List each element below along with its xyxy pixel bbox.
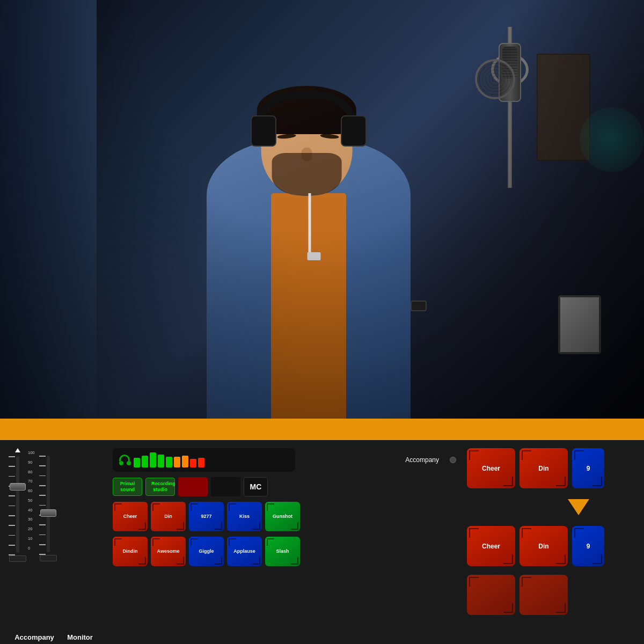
- headphone-cup-icon-r: [127, 461, 131, 465]
- vu-bar-9: [198, 458, 204, 467]
- fader-track-2[interactable]: [47, 456, 50, 552]
- badge: [308, 252, 321, 260]
- effect-button-3[interactable]: [178, 477, 208, 496]
- right-pad-din-bottom[interactable]: Din: [519, 526, 568, 566]
- faders-wrapper: 100 90 80 70 60 50 40 30 20 10 0: [8, 448, 99, 629]
- curtain-left: [0, 0, 97, 419]
- pad-cheer-1[interactable]: Cheer: [113, 502, 148, 531]
- right-pad-9-top[interactable]: 9: [572, 448, 604, 488]
- watch: [411, 301, 427, 311]
- arrow-down-icon: [568, 499, 589, 515]
- right-pad-9-bottom[interactable]: 9: [572, 526, 604, 566]
- control-panel: 100 90 80 70 60 50 40 30 20 10 0: [0, 440, 644, 644]
- primal-sound-button[interactable]: Primalsound: [113, 478, 142, 496]
- accompany-label: Accompany: [405, 456, 444, 464]
- right-pad-cheer-top[interactable]: Cheer: [467, 448, 515, 488]
- pad-gunshot[interactable]: Gunshot: [265, 502, 300, 531]
- tablet-screen: [560, 297, 599, 352]
- fader-monitor[interactable]: [39, 448, 58, 561]
- pad-applause[interactable]: Applause: [227, 537, 262, 566]
- pop-filter: [475, 59, 515, 99]
- pads-row-1: Cheer Din 9277 Kiss Gunshot: [113, 502, 456, 531]
- vu-bar-3: [150, 452, 156, 467]
- arrow-spacer: [568, 496, 589, 518]
- right-pads-top-row: Cheer Din 9: [467, 448, 639, 488]
- vu-bar-1: [134, 458, 140, 467]
- accompany-knob[interactable]: [450, 457, 456, 463]
- right-pad-din-top[interactable]: Din: [519, 448, 568, 488]
- arrow-indicator-area: [467, 494, 639, 521]
- eye-right: [320, 133, 339, 139]
- vu-bar-6: [174, 457, 180, 467]
- fader-track-1[interactable]: [16, 456, 19, 553]
- photo-section: [0, 0, 644, 419]
- pads-row-2: Dindin Awesome Giggle Applause Slash: [113, 537, 456, 566]
- vu-bar-7: [182, 456, 188, 467]
- eye-left: [277, 133, 296, 139]
- faders-section: 100 90 80 70 60 50 40 30 20 10 0: [0, 440, 107, 644]
- pad-dindin[interactable]: Dindin: [113, 537, 148, 566]
- right-pad-cheer-bottom[interactable]: Cheer: [467, 526, 515, 566]
- teal-light: [580, 107, 644, 172]
- right-pad-extra-red-2[interactable]: [519, 575, 568, 615]
- effect-button-4[interactable]: [211, 477, 240, 496]
- headphone-cup-icon-l: [119, 461, 123, 465]
- fader-labels: Accompany Monitor: [8, 629, 99, 641]
- fader-label-monitor: Monitor: [67, 633, 93, 641]
- pad-din-1[interactable]: Din: [151, 502, 186, 531]
- fader-notch-lines: [9, 456, 15, 555]
- pad-kiss[interactable]: Kiss: [227, 502, 262, 531]
- pop-filter-mesh: [477, 61, 513, 97]
- vu-bar-2: [142, 456, 148, 467]
- vu-bar-5: [166, 457, 172, 467]
- fader-label-accompany: Accompany: [14, 633, 54, 641]
- person-torso-area: [174, 97, 443, 419]
- vu-bar-4: [158, 455, 164, 467]
- lanyard: [309, 193, 311, 258]
- middle-section: Accompany Primalsound Recordingstudio MC…: [107, 440, 462, 644]
- fader-top-arrow: [15, 448, 20, 452]
- beard: [272, 153, 342, 196]
- scale-numbers: 100 90 80 70 60 50 40 30 20 10 0: [28, 451, 35, 550]
- right-pads-bottom-row: Cheer Din 9: [467, 526, 639, 566]
- tablet: [558, 295, 601, 354]
- fader-notch-lines-2: [39, 456, 46, 555]
- pad-awesome[interactable]: Awesome: [151, 537, 186, 566]
- fader-bottom-stop-2: [40, 555, 57, 561]
- fader-knob-1[interactable]: [10, 483, 26, 491]
- vu-bar-8: [190, 459, 196, 467]
- mc-button[interactable]: MC: [244, 477, 268, 496]
- divider-bar: [0, 419, 644, 440]
- pad-slash[interactable]: Slash: [265, 537, 300, 566]
- headphone-cup-right: [341, 115, 367, 147]
- mode-buttons-row: Primalsound Recordingstudio MC: [113, 477, 456, 496]
- vu-bars: [134, 452, 204, 467]
- right-pad-extra-red-1[interactable]: [467, 575, 515, 615]
- right-pads-extra-row: [467, 575, 639, 615]
- top-controls-row: Accompany: [113, 448, 456, 472]
- pad-9277[interactable]: 9277: [189, 502, 224, 531]
- fader-bottom-stop-1: [9, 555, 26, 562]
- headphone-icon: [119, 455, 131, 465]
- fader-accompany[interactable]: [8, 448, 27, 562]
- headphone-cup-left: [251, 115, 276, 147]
- pad-giggle[interactable]: Giggle: [189, 537, 224, 566]
- microphone-assembly: [483, 27, 537, 188]
- vu-meter: [113, 448, 295, 472]
- fader-knob-2[interactable]: [40, 509, 56, 517]
- right-pads-section: Cheer Din 9 Cheer Din 9: [462, 440, 644, 644]
- recording-studio-button[interactable]: Recordingstudio: [145, 478, 175, 496]
- headphone-arc-icon: [119, 455, 130, 461]
